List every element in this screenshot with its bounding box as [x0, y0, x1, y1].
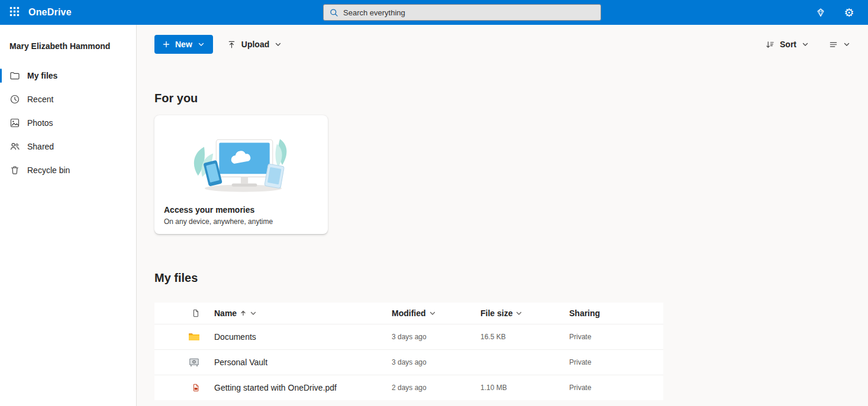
app-launcher-button[interactable] — [0, 0, 28, 25]
table-row-personal-vault[interactable]: Personal Vault 3 days ago Private — [154, 349, 663, 375]
files-table-header: Name Modified — [154, 303, 663, 324]
sidebar-item-label: My files — [27, 71, 57, 80]
column-label: Sharing — [569, 308, 600, 318]
chevron-down-icon — [250, 310, 257, 317]
sidebar-item-recent[interactable]: Recent — [0, 87, 136, 111]
sort-icon — [766, 40, 775, 49]
view-controls: Sort — [760, 35, 856, 54]
clock-icon — [9, 94, 20, 105]
my-files-section: My files Name — [154, 271, 856, 400]
memories-card-title: Access your memories — [164, 205, 318, 215]
sidebar: Mary Elizabeth Hammond My files Recent — [0, 25, 137, 406]
sidebar-item-recycle-bin[interactable]: Recycle bin — [0, 158, 136, 182]
column-label: Modified — [392, 308, 426, 318]
sidebar-item-photos[interactable]: Photos — [0, 111, 136, 135]
chevron-down-icon — [198, 41, 205, 48]
user-name: Mary Elizabeth Hammond — [0, 41, 136, 51]
column-header-file-size[interactable]: File size — [480, 308, 569, 318]
pdf-icon — [192, 383, 200, 392]
sort-button-label: Sort — [780, 40, 796, 49]
plus-icon — [163, 41, 170, 48]
header-actions: ⚙ — [811, 3, 868, 22]
diamond-icon — [816, 8, 825, 17]
vault-icon — [188, 358, 200, 367]
file-size: 16.5 KB — [480, 333, 569, 341]
table-row-getting-started-pdf[interactable]: Getting started with OneDrive.pdf 2 days… — [154, 375, 663, 400]
memories-card-subtitle: On any device, anywhere, anytime — [164, 217, 318, 226]
for-you-heading: For you — [154, 92, 856, 105]
column-header-name[interactable]: Name — [214, 308, 392, 318]
list-view-icon — [829, 40, 838, 49]
search-box[interactable] — [323, 4, 601, 21]
column-header-modified[interactable]: Modified — [392, 308, 480, 318]
column-label: Name — [214, 308, 237, 318]
memories-illustration — [164, 122, 318, 205]
waffle-icon — [9, 7, 20, 18]
files-table: Name Modified — [154, 303, 663, 400]
upload-button[interactable]: Upload — [221, 35, 288, 54]
chevron-down-icon — [275, 41, 282, 48]
main-content: New Upload Sort — [137, 25, 868, 406]
file-modified: 3 days ago — [392, 333, 480, 341]
view-options-button[interactable] — [823, 35, 856, 54]
new-button-label: New — [175, 40, 192, 49]
file-modified: 2 days ago — [392, 384, 480, 392]
people-icon — [9, 141, 20, 152]
gear-icon: ⚙ — [844, 7, 854, 18]
sidebar-nav: My files Recent Photos Shared — [0, 64, 136, 182]
recycle-bin-icon — [9, 165, 20, 176]
upload-button-label: Upload — [241, 40, 269, 49]
file-sharing: Private — [569, 333, 663, 341]
photos-icon — [9, 118, 20, 128]
file-modified: 3 days ago — [392, 358, 480, 366]
my-files-heading: My files — [154, 271, 856, 285]
settings-button[interactable]: ⚙ — [840, 3, 859, 22]
file-name[interactable]: Documents — [214, 332, 392, 342]
sort-ascending-icon — [240, 310, 247, 317]
folder-icon — [9, 70, 20, 81]
chevron-down-icon — [515, 310, 522, 317]
chevron-down-icon — [843, 41, 850, 48]
top-app-bar: OneDrive ⚙ — [0, 0, 868, 25]
for-you-section: For you — [154, 92, 856, 234]
sidebar-item-shared[interactable]: Shared — [0, 135, 136, 158]
search-input[interactable] — [343, 8, 595, 17]
table-row-documents[interactable]: Documents 3 days ago 16.5 KB Private — [154, 324, 663, 349]
upload-icon — [227, 40, 236, 49]
chevron-down-icon — [802, 41, 809, 48]
app-title[interactable]: OneDrive — [28, 7, 72, 18]
sort-button[interactable]: Sort — [760, 35, 815, 54]
sidebar-item-label: Photos — [27, 118, 53, 128]
search-icon — [330, 8, 338, 17]
chevron-down-icon — [429, 310, 436, 317]
sidebar-item-my-files[interactable]: My files — [0, 64, 136, 87]
file-sharing: Private — [569, 384, 663, 392]
sidebar-item-label: Recycle bin — [27, 165, 70, 175]
premium-button[interactable] — [811, 3, 830, 22]
sidebar-item-label: Shared — [27, 142, 54, 151]
file-name[interactable]: Getting started with OneDrive.pdf — [214, 383, 392, 392]
column-header-sharing[interactable]: Sharing — [569, 308, 663, 318]
memories-card[interactable]: Access your memories On any device, anyw… — [154, 115, 328, 234]
new-button[interactable]: New — [154, 35, 213, 54]
folder-icon — [188, 332, 200, 342]
file-size: 1.10 MB — [480, 384, 569, 392]
document-type-icon — [192, 308, 200, 318]
selected-indicator — [0, 69, 2, 83]
file-sharing: Private — [569, 358, 663, 366]
command-bar: New Upload Sort — [154, 35, 856, 54]
file-name[interactable]: Personal Vault — [214, 358, 392, 367]
sidebar-item-label: Recent — [27, 95, 53, 104]
column-label: File size — [480, 308, 512, 318]
